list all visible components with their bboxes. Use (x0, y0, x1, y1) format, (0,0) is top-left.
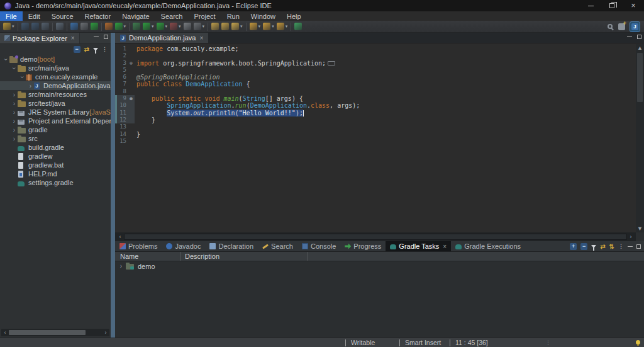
table-row-demo[interactable]: ›demo (115, 261, 644, 271)
refresh-tasks-for-all-button[interactable]: ⇅ (609, 243, 614, 250)
toolbar-back-button[interactable]: ▾ (262, 22, 275, 31)
collapse-all-button[interactable]: − (74, 46, 80, 53)
code-line-14[interactable]: 14} (115, 131, 636, 138)
code-line-10[interactable]: 10 SpringApplication.run(DemoApplication… (115, 102, 636, 109)
view-menu-button[interactable]: ⋮ (618, 243, 624, 249)
expander-icon[interactable]: › (11, 100, 18, 107)
editor-maximize-icon[interactable] (637, 35, 641, 39)
tree-item-build-gradle[interactable]: build.gradle (0, 143, 111, 152)
menu-edit[interactable]: Edit (23, 11, 46, 21)
code-line-9[interactable]: 9● public static void main(String[] args… (115, 95, 636, 102)
toolbar-mark-occurrences-button[interactable]: ▾ (231, 22, 243, 31)
explorer-maximize-icon[interactable] (104, 35, 108, 39)
editor-horizontal-scrollbar[interactable]: ‹ › (115, 232, 636, 241)
notification-lamp-icon[interactable] (636, 340, 640, 346)
expander-icon[interactable]: › (19, 74, 26, 81)
link-with-editor-button[interactable]: ⇄ (84, 46, 89, 53)
minimize-button[interactable] (580, 0, 601, 11)
menu-file[interactable]: File (0, 11, 23, 21)
scroll-right-icon[interactable]: › (627, 234, 635, 240)
tab-close-icon[interactable]: × (443, 243, 447, 250)
toolbar-resume-button[interactable] (90, 22, 99, 31)
code-line-12[interactable]: 12 } (115, 117, 636, 123)
toolbar-open-type-button[interactable] (211, 22, 219, 31)
editor-hscroll-thumb[interactable] (124, 234, 627, 240)
bottom-tab-gradle-executions[interactable]: Gradle Executions (451, 241, 525, 251)
code-line-3[interactable]: 3⊕import org.springframework.boot.Spring… (115, 60, 636, 67)
menu-run[interactable]: Run (221, 11, 245, 21)
toolbar-stop-button[interactable] (183, 22, 192, 31)
toolbar-open-console-button[interactable] (70, 22, 79, 31)
toolbar-restart-button[interactable]: ▾ (193, 22, 206, 31)
toolbar-save-all-button[interactable] (31, 22, 40, 31)
tree-item-src-main-resources[interactable]: ›src/main/resources (0, 90, 111, 99)
toolbar-run-history-button[interactable]: ▾ (156, 22, 169, 31)
code-line-13[interactable]: 13 (115, 123, 636, 130)
bottom-tab-progress[interactable]: Progress (340, 241, 386, 251)
expander-icon[interactable]: › (11, 109, 18, 116)
expander-icon[interactable]: › (11, 127, 18, 134)
code-line-11[interactable]: 11 System.out.println("Hello World!!"); (115, 110, 636, 117)
collapse-all-button[interactable]: − (580, 243, 587, 250)
menu-source[interactable]: Source (46, 11, 79, 21)
expander-icon[interactable]: › (11, 118, 18, 125)
java-perspective-button[interactable]: J (630, 22, 640, 31)
menu-project[interactable]: Project (188, 11, 221, 21)
toolbar-save-button[interactable] (21, 22, 30, 31)
view-menu-button[interactable]: ⋮ (102, 46, 108, 52)
menu-search[interactable]: Search (155, 11, 189, 21)
toolbar-debug-button[interactable] (132, 22, 141, 31)
editor-vertical-scrollbar[interactable]: ▲ ▼ (636, 44, 644, 232)
expander-icon[interactable]: › (27, 82, 34, 89)
code-line-1[interactable]: 1package com.eucaly.example; (115, 45, 636, 52)
tab-package-explorer[interactable]: Package Explorer × (0, 33, 80, 43)
menu-help[interactable]: Help (281, 11, 307, 21)
bottom-tab-javadoc[interactable]: Javadoc (162, 241, 205, 251)
minimize-button[interactable] (628, 246, 633, 247)
fold-marker-icon[interactable]: ● (128, 95, 135, 102)
toolbar-last-edit-location-button[interactable]: ▾ (249, 22, 262, 31)
tree-item-settings-gradle[interactable]: settings.gradle (0, 178, 111, 187)
toolbar-new-java-project-button[interactable] (104, 22, 113, 31)
toolbar-build-all-button[interactable] (55, 22, 64, 31)
tree-item-src-main-java[interactable]: ›src/main/java (0, 64, 111, 72)
toolbar-profile-button[interactable]: ▾ (169, 22, 182, 31)
toolbar-coverage-button[interactable]: ▾ (114, 22, 127, 31)
code-line-8[interactable]: 8 (115, 88, 636, 95)
package-explorer-close-icon[interactable]: × (71, 35, 75, 42)
menu-window[interactable]: Window (245, 11, 281, 21)
toolbar-search-source-button[interactable] (221, 22, 230, 31)
toolbar-print-button[interactable] (41, 22, 50, 31)
tree-item-gradlew[interactable]: gradlew (0, 152, 111, 161)
vertical-splitter[interactable] (111, 33, 115, 338)
bottom-tab-console[interactable]: Console (297, 241, 340, 251)
restore-button[interactable] (601, 0, 623, 11)
fold-marker-icon[interactable]: ⊕ (128, 60, 135, 67)
code-line-15[interactable]: 15 (115, 138, 636, 145)
bottom-tab-declaration[interactable]: Declaration (205, 241, 258, 251)
tree-item-demoapplication-java[interactable]: ›DemoApplication.java (0, 81, 111, 90)
tree-item-com-eucaly-example[interactable]: ›com.eucaly.example (0, 72, 111, 81)
toolbar-link-with-editor-button[interactable] (294, 22, 303, 31)
editor-tab-close-icon[interactable]: × (199, 35, 203, 42)
tree-item-demo[interactable]: ›demo [boot] (0, 55, 111, 64)
code-line-2[interactable]: 2 (115, 52, 636, 59)
filter-button[interactable] (591, 245, 596, 248)
status-menu-icon[interactable]: ⋮ (545, 339, 551, 346)
menu-navigate[interactable]: Navigate (116, 11, 155, 21)
code-editor[interactable]: 1package com.eucaly.example;23⊕import or… (115, 44, 636, 232)
scroll-left-icon[interactable]: ‹ (1, 329, 9, 336)
tree-item-src[interactable]: ›src (0, 134, 111, 143)
explorer-minimize-icon[interactable] (94, 37, 99, 37)
scroll-left-icon[interactable]: ‹ (116, 234, 124, 240)
close-button[interactable]: × (623, 0, 644, 11)
bottom-tab-search[interactable]: Search (258, 241, 297, 251)
maximize-button[interactable] (636, 244, 641, 249)
toolbar-terminate-launches-button[interactable] (80, 22, 89, 31)
toolbar-forward-button[interactable]: ▾ (276, 22, 289, 31)
explorer-scroll-thumb[interactable] (9, 330, 86, 335)
scroll-up-icon[interactable]: ▲ (636, 45, 644, 51)
tree-item-src-test-java[interactable]: ›src/test/java (0, 99, 111, 108)
tree-item-gradlew-bat[interactable]: gradlew.bat (0, 161, 111, 169)
tab-demoapplication-java[interactable]: DemoApplication.java × (115, 33, 208, 43)
